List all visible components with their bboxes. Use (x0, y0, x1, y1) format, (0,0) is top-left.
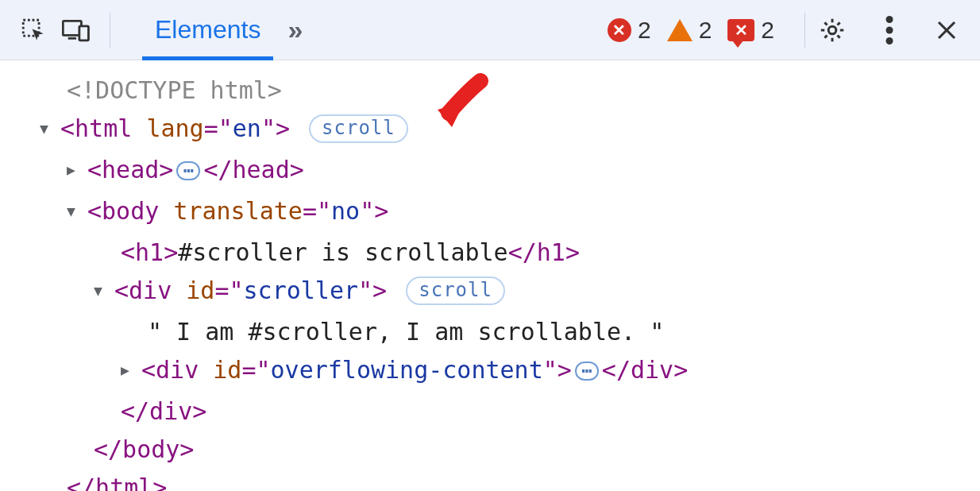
devtools-toolbar: Elements » ✕ 2 2 ✕ 2 (0, 0, 980, 60)
dom-line-html-close[interactable]: </html> (40, 469, 980, 491)
svg-point-5 (886, 16, 893, 23)
dom-line-head[interactable]: <head>⋯</head> (40, 151, 980, 192)
errors-status[interactable]: ✕ 2 (601, 17, 658, 44)
expand-caret[interactable] (67, 192, 87, 234)
issues-status[interactable]: ✕ 2 (721, 17, 781, 44)
svg-rect-3 (79, 25, 89, 40)
scroll-badge[interactable]: scroll (406, 276, 505, 305)
errors-count: 2 (638, 17, 651, 44)
tab-elements[interactable]: Elements (141, 0, 275, 60)
doctype-text: <!DOCTYPE html> (67, 76, 282, 104)
svg-point-7 (886, 37, 893, 44)
ellipsis-icon[interactable]: ⋯ (176, 161, 200, 180)
warnings-status[interactable]: 2 (661, 17, 719, 44)
dom-line-h1[interactable]: <h1>#scroller is scrollable</h1> (40, 234, 980, 272)
dom-line-body-open[interactable]: <body translate="no"> (40, 192, 980, 234)
inspect-element-icon[interactable] (14, 11, 52, 49)
close-icon[interactable] (928, 11, 966, 49)
dom-line-doctype[interactable]: <!DOCTYPE html> (40, 72, 980, 110)
expand-caret[interactable] (121, 351, 141, 392)
toolbar-right (813, 11, 966, 49)
error-icon: ✕ (608, 18, 631, 42)
ellipsis-icon[interactable]: ⋯ (575, 361, 599, 381)
dom-line-div-close[interactable]: </div> (40, 392, 980, 431)
issue-icon: ✕ (727, 19, 754, 41)
expand-caret[interactable] (94, 272, 114, 313)
status-group: ✕ 2 2 ✕ 2 (601, 17, 781, 44)
dom-line-body-close[interactable]: </body> (40, 431, 980, 469)
warning-icon (667, 19, 693, 41)
tabs: Elements » (141, 0, 300, 60)
device-toggle-icon[interactable] (57, 11, 95, 49)
warnings-count: 2 (699, 17, 712, 44)
dom-tree[interactable]: <!DOCTYPE html> <html lang="en"> scroll … (0, 60, 980, 491)
more-tabs-icon[interactable]: » (287, 14, 300, 45)
issues-count: 2 (761, 17, 774, 44)
settings-icon[interactable] (813, 11, 851, 49)
svg-point-4 (828, 26, 836, 34)
expand-caret[interactable] (40, 110, 60, 151)
toolbar-divider (110, 13, 110, 48)
toolbar-divider (804, 13, 805, 48)
dom-line-html-open[interactable]: <html lang="en"> scroll (40, 110, 980, 151)
svg-point-6 (886, 26, 893, 33)
dom-line-div-scroller[interactable]: <div id="scroller"> scroll (40, 272, 980, 313)
kebab-menu-icon[interactable] (870, 11, 909, 49)
scroll-badge[interactable]: scroll (309, 114, 408, 143)
dom-line-textnode[interactable]: " I am #scroller, I am scrollable. " (40, 313, 980, 351)
dom-line-div-overflow[interactable]: <div id="overflowing-content">⋯</div> (40, 351, 980, 392)
expand-caret[interactable] (67, 151, 87, 192)
